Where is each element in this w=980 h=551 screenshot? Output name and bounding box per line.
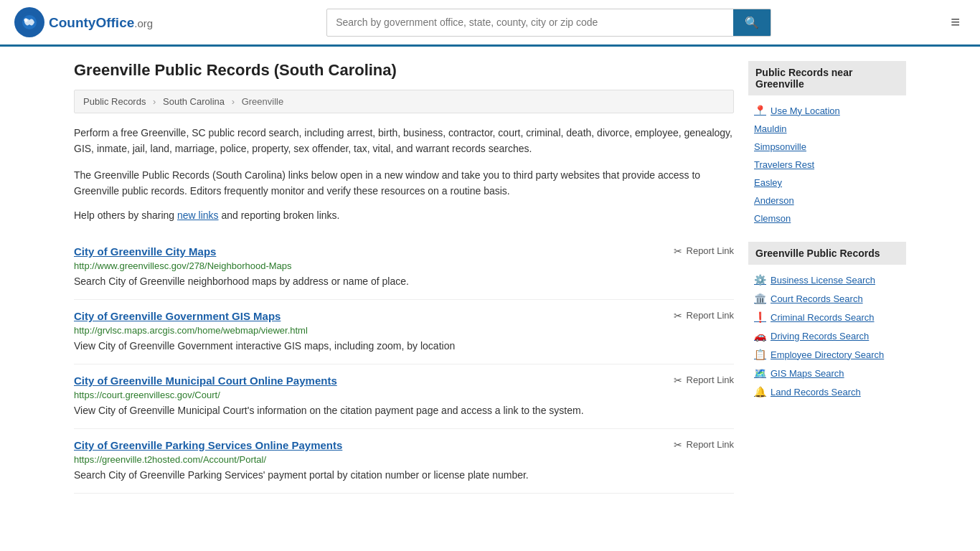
use-my-location-link[interactable]: 📍 Use My Location [748,101,906,120]
record-title-2[interactable]: City of Greenville Municipal Court Onlin… [74,375,337,387]
sidebar-link-travelers-rest-label: Travelers Rest [754,159,814,170]
sidebar-link-gis-maps-label: GIS Maps Search [771,368,844,379]
sidebar-link-employee-directory[interactable]: 📋 Employee Directory Search [748,345,906,364]
sidebar-nearby-section: Public Records near Greenville 📍 Use My … [748,61,906,227]
record-header-1: City of Greenville Government GIS Maps ✂… [74,310,734,322]
sidebar-link-land-records-label: Land Records Search [771,387,861,397]
record-item-0: City of Greenville City Maps ✂ Report Li… [74,235,734,300]
sidebar-link-criminal-records-label: Criminal Records Search [771,312,875,323]
search-input[interactable] [327,11,733,34]
hamburger-icon: ≡ [951,13,960,31]
sidebar-link-clemson-label: Clemson [754,213,791,224]
record-url-3[interactable]: https://greenville.t2hosted.com/Account/… [74,454,734,465]
content-area: Greenville Public Records (South Carolin… [74,61,734,494]
breadcrumb-greenville: Greenville [242,96,284,107]
sidebar-link-travelers-rest[interactable]: Travelers Rest [748,156,906,174]
breadcrumb-public-records[interactable]: Public Records [83,96,146,107]
sidebar-link-criminal-records[interactable]: ❗ Criminal Records Search [748,308,906,326]
new-links-link[interactable]: new links [177,209,219,221]
record-url-0[interactable]: http://www.greenvillesc.gov/278/Neighbor… [74,260,734,271]
sidebar-link-simpsonville[interactable]: Simpsonville [748,138,906,156]
report-link-3[interactable]: ✂ Report Link [674,439,734,451]
driving-records-icon: 🚗 [754,330,766,342]
record-header-3: City of Greenville Parking Services Onli… [74,439,734,451]
breadcrumb-sep-2: › [232,96,235,107]
sidebar-link-land-records[interactable]: 🔔 Land Records Search [748,382,906,401]
record-title-1[interactable]: City of Greenville Government GIS Maps [74,310,281,322]
sidebar-link-easley-label: Easley [754,177,782,188]
sidebar-link-driving-records[interactable]: 🚗 Driving Records Search [748,326,906,345]
record-desc-1: View City of Greenville Government inter… [74,339,734,354]
sidebar-link-driving-records-label: Driving Records Search [771,331,869,342]
svg-point-2 [24,19,28,22]
menu-button[interactable]: ≡ [945,10,966,34]
record-item-3: City of Greenville Parking Services Onli… [74,429,734,494]
record-desc-2: View City of Greenville Municipal Court'… [74,403,734,418]
breadcrumb: Public Records › South Carolina › Greenv… [74,90,734,113]
sidebar-link-mauldin[interactable]: Mauldin [748,120,906,138]
sidebar-link-easley[interactable]: Easley [748,174,906,192]
record-desc-0: Search City of Greenville neighborhood m… [74,274,734,289]
sidebar: Public Records near Greenville 📍 Use My … [748,61,906,494]
record-url-1[interactable]: http://grvlsc.maps.arcgis.com/home/webma… [74,325,734,336]
breadcrumb-sep-1: › [153,96,156,107]
logo-icon [14,7,44,37]
search-area: 🔍 [326,9,771,37]
breadcrumb-south-carolina[interactable]: South Carolina [163,96,225,107]
search-button[interactable]: 🔍 [733,9,771,36]
sidebar-link-gis-maps[interactable]: 🗺️ GIS Maps Search [748,364,906,382]
record-header-2: City of Greenville Municipal Court Onlin… [74,375,734,387]
court-records-icon: 🏛️ [754,293,766,304]
search-icon: 🔍 [745,17,759,29]
report-icon-0: ✂ [674,245,682,257]
sidebar-link-business-license[interactable]: ⚙️ Business License Search [748,270,906,289]
help-text-pre: Help others by sharing [74,209,177,221]
sidebar-greenville-records-title: Greenville Public Records [748,242,906,265]
report-link-label-1: Report Link [687,310,734,321]
report-link-label-3: Report Link [687,439,734,450]
record-title-0[interactable]: City of Greenville City Maps [74,245,216,258]
record-desc-3: Search City of Greenville Parking Servic… [74,468,734,483]
report-icon-3: ✂ [674,439,682,451]
record-title-3[interactable]: City of Greenville Parking Services Onli… [74,439,342,451]
sidebar-greenville-records-section: Greenville Public Records ⚙️ Business Li… [748,242,906,401]
main-container: Greenville Public Records (South Carolin… [60,47,920,508]
sidebar-link-employee-directory-label: Employee Directory Search [771,349,884,360]
report-link-2[interactable]: ✂ Report Link [674,375,734,386]
description-1: Perform a free Greenville, SC public rec… [74,125,734,157]
logo-text: CountyOffice.org [49,14,153,31]
criminal-records-icon: ❗ [754,311,766,323]
location-icon: 📍 [754,105,766,116]
sidebar-link-court-records[interactable]: 🏛️ Court Records Search [748,289,906,308]
sidebar-link-simpsonville-label: Simpsonville [754,141,806,152]
report-link-0[interactable]: ✂ Report Link [674,245,734,257]
record-item-2: City of Greenville Municipal Court Onlin… [74,364,734,429]
use-my-location-label: Use My Location [771,105,840,116]
record-url-2[interactable]: https://court.greenvillesc.gov/Court/ [74,390,734,400]
report-icon-2: ✂ [674,375,682,386]
records-list: City of Greenville City Maps ✂ Report Li… [74,235,734,494]
help-text-post: and reporting broken links. [219,209,340,221]
land-records-icon: 🔔 [754,386,766,397]
employee-directory-icon: 📋 [754,349,766,360]
record-item-1: City of Greenville Government GIS Maps ✂… [74,300,734,364]
report-link-1[interactable]: ✂ Report Link [674,310,734,321]
sidebar-link-mauldin-label: Mauldin [754,123,787,134]
header: CountyOffice.org 🔍 ≡ [0,0,980,47]
record-header-0: City of Greenville City Maps ✂ Report Li… [74,245,734,258]
page-title: Greenville Public Records (South Carolin… [74,61,734,80]
sidebar-link-anderson-label: Anderson [754,195,794,206]
report-link-label-2: Report Link [687,375,734,385]
sidebar-nearby-title: Public Records near Greenville [748,61,906,95]
report-icon-1: ✂ [674,310,682,321]
report-link-label-0: Report Link [687,245,734,256]
sidebar-link-business-license-label: Business License Search [771,275,875,286]
help-text: Help others by sharing new links and rep… [74,209,734,221]
gis-maps-icon: 🗺️ [754,367,766,379]
logo-area: CountyOffice.org [14,7,153,37]
sidebar-link-court-records-label: Court Records Search [771,293,863,304]
business-license-icon: ⚙️ [754,274,766,286]
sidebar-link-anderson[interactable]: Anderson [748,192,906,209]
sidebar-link-clemson[interactable]: Clemson [748,209,906,227]
description-2: The Greenville Public Records (South Car… [74,167,734,199]
